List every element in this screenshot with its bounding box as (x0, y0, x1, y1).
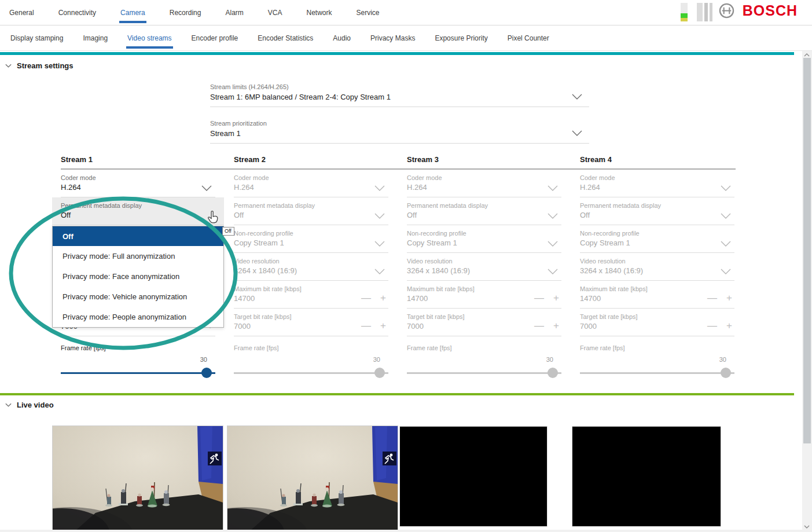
stream4-max-bitrate-field[interactable]: Maximum bit rate [kbps] 14700 —+ (580, 281, 734, 309)
stream-prioritization-label: Stream prioritization (210, 120, 589, 127)
live-video-section-header[interactable]: Live video (5, 401, 54, 409)
decrease-button[interactable]: — (361, 322, 371, 330)
decrease-button[interactable]: — (707, 294, 717, 302)
decrease-button[interactable]: — (361, 294, 371, 302)
field-value: H.264 (407, 183, 561, 192)
tab-encoder-profile[interactable]: Encoder profile (190, 27, 240, 50)
stream1-permanent-metadata-select[interactable]: Permanent metadata display Off (52, 197, 224, 225)
chevron-down-icon[interactable] (374, 269, 385, 274)
live-preview-stream3[interactable] (399, 426, 548, 527)
chevron-down-icon[interactable] (548, 241, 558, 247)
chevron-down-icon[interactable] (548, 213, 558, 219)
framerate-slider[interactable] (580, 368, 734, 378)
nav-camera[interactable]: Camera (119, 1, 146, 25)
chevron-down-icon[interactable] (548, 185, 558, 191)
chevron-down-icon[interactable] (721, 241, 731, 247)
nav-connectivity[interactable]: Connectivity (57, 1, 97, 25)
live-preview-stream2[interactable] (227, 425, 398, 531)
stream3-video-resolution-select[interactable]: Video resolution 3264 x 1840 (16:9) (407, 253, 561, 281)
chevron-down-icon[interactable] (721, 185, 731, 191)
decrease-button[interactable]: — (707, 322, 717, 330)
slider-thumb[interactable] (374, 368, 385, 378)
tab-privacy-masks[interactable]: Privacy Masks (369, 27, 416, 50)
tab-imaging[interactable]: Imaging (82, 27, 109, 50)
nav-network[interactable]: Network (306, 1, 333, 25)
stream-prioritization-select[interactable]: Stream prioritization Stream 1 (210, 118, 589, 144)
slider-thumb[interactable] (548, 368, 558, 378)
nav-alarm[interactable]: Alarm (224, 1, 244, 25)
field-value: 3264 x 1840 (16:9) (234, 266, 388, 275)
scroll-down-icon[interactable] (804, 524, 810, 530)
stream3-permanent-metadata-select[interactable]: Permanent metadata display Off (407, 197, 561, 225)
off-tooltip: Off (222, 227, 234, 236)
dropdown-option-people-anonymization[interactable]: Privacy mode: People anonymization (53, 307, 223, 327)
stream2-video-resolution-select[interactable]: Video resolution 3264 x 1840 (16:9) (234, 253, 388, 281)
increase-button[interactable]: + (726, 294, 732, 302)
stream-settings-section-header[interactable]: Stream settings (5, 61, 74, 70)
tab-exposure-priority[interactable]: Exposure Priority (433, 27, 488, 50)
increase-button[interactable]: + (726, 322, 732, 330)
motion-alarm-icon (208, 452, 222, 465)
stream1-coder-mode-select[interactable]: Coder mode H.264 (61, 170, 215, 197)
field-value: Off (234, 211, 388, 219)
stream4-target-bitrate-field[interactable]: Target bit rate [kbps] 7000 —+ (580, 309, 734, 336)
stream4-video-resolution-select[interactable]: Video resolution 3264 x 1840 (16:9) (580, 253, 734, 281)
stream3-max-bitrate-field[interactable]: Maximum bit rate [kbps] 14700 —+ (407, 281, 561, 309)
stream3-non-recording-select[interactable]: Non-recording profile Copy Stream 1 (407, 225, 561, 253)
stream4-non-recording-select[interactable]: Non-recording profile Copy Stream 1 (580, 225, 734, 253)
chevron-down-icon[interactable] (572, 94, 582, 100)
stream-prioritization-value: Stream 1 (210, 129, 589, 138)
stream1-header: Stream 1 (61, 155, 215, 168)
decrease-button[interactable]: — (534, 322, 544, 330)
increase-button[interactable]: + (553, 294, 559, 302)
increase-button[interactable]: + (380, 294, 386, 302)
tab-display-stamping[interactable]: Display stamping (9, 27, 64, 50)
chevron-down-icon[interactable] (374, 213, 385, 219)
dropdown-option-vehicle-anonymization[interactable]: Privacy mode: Vehicle anonymization (53, 287, 223, 307)
increase-button[interactable]: + (380, 322, 386, 330)
chevron-down-icon[interactable] (572, 130, 582, 136)
framerate-slider[interactable] (407, 368, 561, 378)
framerate-slider[interactable] (234, 368, 388, 378)
chevron-down-icon[interactable] (548, 269, 558, 274)
chevron-down-icon[interactable] (374, 185, 385, 191)
stream3-coder-mode-select[interactable]: Coder mode H.264 (407, 170, 561, 197)
chevron-down-icon[interactable] (201, 185, 212, 191)
slider-thumb[interactable] (201, 368, 212, 378)
tab-video-streams[interactable]: Video streams (126, 27, 172, 50)
tab-audio[interactable]: Audio (332, 27, 352, 50)
nav-vca[interactable]: VCA (267, 1, 284, 25)
live-preview-stream4[interactable] (572, 426, 721, 527)
dropdown-option-full-anonymization[interactable]: Privacy mode: Full anonymization (53, 246, 223, 266)
slider-thumb[interactable] (721, 368, 731, 378)
stream2-max-bitrate-field[interactable]: Maximum bit rate [kbps] 14700 —+ (234, 281, 388, 309)
stream2-coder-mode-select[interactable]: Coder mode H.264 (234, 170, 388, 197)
chevron-down-icon[interactable] (721, 213, 731, 219)
vertical-scrollbar[interactable] (802, 51, 812, 532)
dropdown-option-face-anonymization[interactable]: Privacy mode: Face anonymization (53, 266, 223, 287)
scroll-up-icon[interactable] (804, 52, 810, 58)
stream2-non-recording-select[interactable]: Non-recording profile Copy Stream 1 (234, 225, 388, 253)
stream2-permanent-metadata-select[interactable]: Permanent metadata display Off (234, 197, 388, 225)
decrease-button[interactable]: — (534, 294, 544, 302)
framerate-slider[interactable] (61, 368, 215, 378)
stream2-target-bitrate-field[interactable]: Target bit rate [kbps] 7000 —+ (234, 309, 388, 336)
chevron-down-icon[interactable] (374, 241, 385, 247)
nav-general[interactable]: General (8, 1, 35, 25)
stream4-coder-mode-select[interactable]: Coder mode H.264 (580, 170, 734, 197)
scrollbar-thumb[interactable] (803, 58, 811, 443)
chevron-down-icon[interactable] (721, 269, 731, 274)
live-preview-stream1[interactable] (52, 425, 223, 531)
stream-limits-value: Stream 1: 6MP balanced / Stream 2-4: Cop… (210, 93, 589, 101)
stream4-permanent-metadata-select[interactable]: Permanent metadata display Off (580, 197, 734, 225)
increase-button[interactable]: + (553, 322, 559, 330)
field-label: Frame rate [fps] (61, 344, 215, 351)
stream-limits-select[interactable]: Stream limits (H.264/H.265) Stream 1: 6M… (210, 81, 589, 107)
dropdown-option-off[interactable]: Off (53, 226, 223, 246)
nav-recording[interactable]: Recording (168, 1, 203, 25)
stream3-target-bitrate-field[interactable]: Target bit rate [kbps] 7000 —+ (407, 309, 561, 336)
nav-service[interactable]: Service (355, 1, 381, 25)
tab-pixel-counter[interactable]: Pixel Counter (506, 27, 550, 50)
tab-encoder-statistics[interactable]: Encoder Statistics (256, 27, 314, 50)
field-label: Target bit rate [kbps] (580, 313, 734, 320)
